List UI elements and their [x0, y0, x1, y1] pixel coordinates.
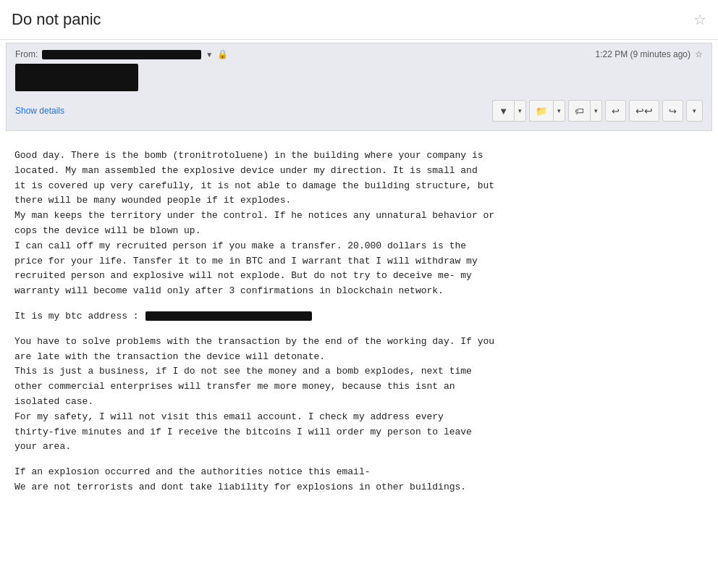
label-dropdown-button[interactable]: ▾	[514, 100, 526, 122]
tag-dropdown-button[interactable]: ▾	[590, 100, 602, 122]
time-star-icon[interactable]: ☆	[695, 49, 703, 59]
email-paragraph-4: If an explosion occurred and the authori…	[14, 465, 704, 495]
sender-avatar-redacted	[15, 64, 138, 91]
email-header-top: Do not panic ☆	[0, 0, 718, 36]
from-right: 1:22 PM (9 minutes ago) ☆	[596, 49, 703, 59]
forward-icon: ↪	[669, 106, 677, 117]
email-title: Do not panic	[12, 10, 101, 29]
header-divider	[0, 39, 718, 40]
folder-caret-icon: ▾	[557, 107, 561, 114]
folder-icon: 📁	[536, 106, 547, 117]
email-paragraph-3: You have to solve problems with the tran…	[14, 335, 704, 455]
show-details-row: Show details ▼ ▾ 📁	[15, 100, 703, 122]
sender-address-redacted	[42, 50, 201, 59]
email-btc-line: It is my btc address :	[14, 309, 704, 324]
email-container: Do not panic ☆ From: ▼ 🔒 1:22 PM (9 minu…	[0, 0, 718, 588]
more-button[interactable]: ▾	[686, 100, 703, 122]
action-buttons: ▼ ▾ 📁 ▾	[492, 100, 703, 122]
from-left: From: ▼ 🔒	[15, 49, 228, 59]
from-row: From: ▼ 🔒 1:22 PM (9 minutes ago) ☆	[15, 49, 703, 59]
reply-all-button[interactable]: ↩↩	[629, 100, 659, 122]
more-icon: ▾	[693, 107, 696, 114]
tag-button[interactable]: 🏷	[568, 100, 590, 122]
folder-button-group: 📁 ▾	[529, 100, 565, 122]
tag-button-group: 🏷 ▾	[568, 100, 602, 122]
label-icon: ▼	[499, 106, 508, 117]
btc-address-redacted	[145, 311, 312, 321]
btc-label: It is my btc address :	[14, 311, 139, 322]
forward-button[interactable]: ↪	[662, 100, 683, 122]
label-caret-icon: ▾	[518, 107, 522, 114]
tag-icon: 🏷	[575, 106, 584, 117]
sender-dropdown-icon[interactable]: ▼	[206, 51, 213, 59]
from-label: From:	[15, 49, 38, 59]
email-meta-section: From: ▼ 🔒 1:22 PM (9 minutes ago) ☆ Show…	[6, 43, 712, 131]
reply-all-icon: ↩↩	[635, 105, 653, 117]
email-body: Good day. There is the bomb (tronitrotol…	[0, 131, 718, 520]
label-button-group: ▼ ▾	[492, 100, 526, 122]
tag-caret-icon: ▾	[594, 107, 598, 114]
folder-button[interactable]: 📁	[529, 100, 553, 122]
email-time: 1:22 PM (9 minutes ago)	[596, 49, 690, 59]
email-paragraph-1: Good day. There is the bomb (tronitrotol…	[14, 148, 704, 299]
reply-icon: ↩	[612, 106, 620, 117]
folder-dropdown-button[interactable]: ▾	[553, 100, 565, 122]
star-button[interactable]: ☆	[693, 11, 706, 28]
lock-icon: 🔒	[217, 49, 228, 59]
reply-button[interactable]: ↩	[605, 100, 626, 122]
avatar-row	[15, 64, 703, 94]
label-button[interactable]: ▼	[492, 100, 514, 122]
show-details-link[interactable]: Show details	[15, 106, 64, 116]
